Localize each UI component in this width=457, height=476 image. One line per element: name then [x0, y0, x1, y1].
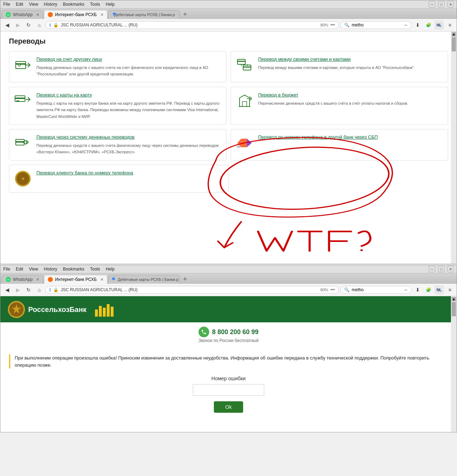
transfer-card-budget[interactable]: Перевод в бюджет Перечисление денежных с…: [231, 87, 448, 125]
transfer-icon-accounts: [236, 56, 253, 74]
new-tab-button-1[interactable]: +: [180, 10, 190, 19]
new-tab-button-2[interactable]: +: [180, 275, 190, 284]
menu-edit[interactable]: Edit: [16, 2, 23, 7]
transfer-info-system: Перевод через систему денежных переводов…: [36, 134, 221, 155]
bar-2: [99, 306, 102, 317]
tab-debit-label-2: Дебетовые карты РСХБ | Банки.р: [118, 277, 179, 282]
window2-minimize[interactable]: ─: [429, 266, 435, 272]
address-bar-2[interactable]: ℹ 🔒 JSC RUSSIAN AGRICULTURAL ... (RU) 80…: [45, 286, 339, 294]
reload-button-2[interactable]: ↻: [24, 285, 33, 294]
download-button-2[interactable]: ⬇: [413, 285, 422, 294]
transfer-title-accounts[interactable]: Перевод между своими счетами и картами: [258, 56, 415, 62]
address-bar-1[interactable]: ℹ 🔒 JSC RUSSIAN AGRICULTURAL ... (RU) 80…: [45, 21, 339, 29]
tab-rshb-label-1: Интернет-банк РСХБ: [55, 12, 97, 17]
menu-view[interactable]: View: [29, 2, 38, 7]
transfer-card-phone[interactable]: ✦ Перевод клиенту банка по номеру телефо…: [9, 165, 228, 193]
search-bar-2[interactable]: 🔍 metho →: [340, 286, 412, 294]
more-options-2[interactable]: •••: [330, 287, 335, 292]
window2-maximize[interactable]: □: [438, 266, 445, 272]
transfer-title-phone[interactable]: Перевод клиенту банка по номеру телефона: [36, 170, 133, 175]
home-button-1[interactable]: ⌂: [35, 20, 44, 30]
tab-debit-close-1[interactable]: ✕: [179, 13, 180, 17]
menu2-history[interactable]: History: [44, 267, 57, 272]
tab-rshb-2[interactable]: Интернет-банк РСХБ ✕: [44, 275, 107, 284]
transfer-info-accounts: Перевод между своими счетами и картами П…: [258, 56, 415, 70]
transfer-title-person[interactable]: Перевод на счет другому лицу: [36, 56, 221, 62]
menu2-help[interactable]: Help: [106, 267, 115, 272]
tab-rshb-close-1[interactable]: ✕: [100, 13, 104, 17]
menu-bookmarks[interactable]: Bookmarks: [63, 2, 84, 7]
scroll-thumb-1[interactable]: [452, 37, 456, 51]
tab-debit-indicator-2: [112, 277, 115, 280]
page-wrapper-1: Переводы Перевод на счет другому лицу: [0, 31, 457, 264]
transfer-title-budget[interactable]: Перевод в бюджет: [258, 92, 408, 98]
transfer-title-c2c[interactable]: Перевод с карты на карту: [36, 92, 221, 98]
tab-debit-1[interactable]: Дебетовые карты РСХБ | Банки.р ✕: [108, 10, 180, 19]
menu-help[interactable]: Help: [106, 2, 115, 7]
menu2-file[interactable]: File: [3, 267, 10, 272]
transfer-title-sbp[interactable]: Перевод по номеру телефона в другой банк…: [258, 134, 378, 140]
search-bar-1[interactable]: 🔍 metho →: [340, 21, 412, 29]
forward-button-1[interactable]: ▶: [13, 20, 22, 30]
tab-whatsapp-close-1[interactable]: ✕: [36, 13, 39, 17]
menu-history[interactable]: History: [44, 2, 57, 7]
home-button-2[interactable]: ⌂: [35, 285, 44, 294]
rshb-favicon-1: [48, 12, 53, 17]
tab-bar-2: W WhatsApp ✕ Интернет-банк РСХБ ✕ Дебето…: [0, 273, 457, 284]
transfer-card-accounts[interactable]: Перевод между своими счетами и картами П…: [231, 51, 448, 83]
menu2-edit[interactable]: Edit: [16, 267, 23, 272]
tab-whatsapp-2[interactable]: W WhatsApp ✕: [2, 275, 43, 284]
whatsapp-favicon-2: W: [6, 277, 11, 282]
menu-file[interactable]: File: [3, 2, 10, 7]
nav-bar-2: ◀ ▶ ↻ ⌂ ℹ 🔒 JSC RUSSIAN AGRICULTURAL ...…: [0, 284, 457, 296]
transfer-desc-person: Перевод денежных средств с вашего счета …: [36, 65, 208, 76]
more-options-1[interactable]: •••: [330, 23, 335, 28]
hamburger-menu-2[interactable]: ≡: [445, 285, 455, 294]
scroll-up-2[interactable]: ▲: [452, 297, 456, 301]
transfer-icon-budget: [236, 92, 253, 109]
tab-rshb-1[interactable]: Интернет-банк РСХБ ✕: [44, 10, 107, 19]
menu2-bookmarks[interactable]: Bookmarks: [63, 267, 84, 272]
window-close[interactable]: ✕: [447, 1, 454, 8]
tab-whatsapp-close-2[interactable]: ✕: [36, 277, 39, 282]
transfers-grid: Перевод на счет другому лицу Перевод ден…: [9, 51, 448, 160]
nl-flag-2[interactable]: NL: [435, 285, 444, 294]
window2-close[interactable]: ✕: [447, 266, 454, 272]
scrollbar-1[interactable]: ▲: [451, 31, 457, 264]
scroll-up-1[interactable]: ▲: [452, 32, 456, 36]
lock-icon-1: 🔒: [53, 23, 59, 28]
transfer-card-system[interactable]: Перевод через систему денежных переводов…: [9, 129, 226, 160]
transfer-card-c2c[interactable]: Перевод с карты на карту Перевод с карты…: [9, 87, 226, 125]
bank-header: РоссельхозБанк: [0, 296, 457, 323]
scrollbar-2[interactable]: ▲: [451, 296, 457, 432]
page-title-1: Переводы: [9, 37, 448, 45]
search-arrow-1[interactable]: →: [403, 23, 408, 28]
search-arrow-2[interactable]: →: [403, 287, 408, 292]
download-button-1[interactable]: ⬇: [413, 20, 422, 30]
back-button-2[interactable]: ◀: [2, 285, 12, 294]
transfer-card-person[interactable]: Перевод на счет другому лицу Перевод ден…: [9, 51, 226, 83]
menu2-view[interactable]: View: [29, 267, 38, 272]
scroll-thumb-2[interactable]: [452, 302, 456, 316]
ok-button[interactable]: Ok: [214, 401, 243, 413]
window-minimize[interactable]: ─: [429, 1, 435, 8]
transfer-desc-system: Перевод денежных средств с вашего счета …: [36, 143, 219, 154]
tab-rshb-close-2[interactable]: ✕: [100, 277, 104, 282]
menu-tools[interactable]: Tools: [90, 2, 100, 7]
reload-button-1[interactable]: ↻: [24, 20, 33, 30]
extensions-button-2[interactable]: 🧩: [424, 285, 433, 294]
nl-flag-1[interactable]: NL: [435, 20, 444, 30]
window-maximize[interactable]: □: [438, 1, 445, 8]
transfer-info-phone: Перевод клиенту банка по номеру телефона: [36, 170, 133, 178]
forward-button-2[interactable]: ▶: [13, 285, 22, 294]
transfer-card-sbp[interactable]: сбп Перевод по номеру телефона в другой …: [231, 129, 448, 160]
menu2-tools[interactable]: Tools: [90, 267, 100, 272]
back-button-1[interactable]: ◀: [2, 20, 12, 30]
hamburger-menu-1[interactable]: ≡: [445, 20, 455, 30]
tab-debit-2[interactable]: Дебетовые карты РСХБ | Банки.р ✕: [108, 275, 180, 284]
error-number-input[interactable]: [193, 384, 264, 396]
transfer-title-system[interactable]: Перевод через систему денежных переводов: [36, 134, 221, 140]
bank-contact: 8 800 200 60 99 Звонок по России бесплат…: [199, 327, 258, 343]
tab-whatsapp-1[interactable]: W WhatsApp ✕: [2, 10, 43, 19]
extensions-button-1[interactable]: 🧩: [424, 20, 433, 30]
